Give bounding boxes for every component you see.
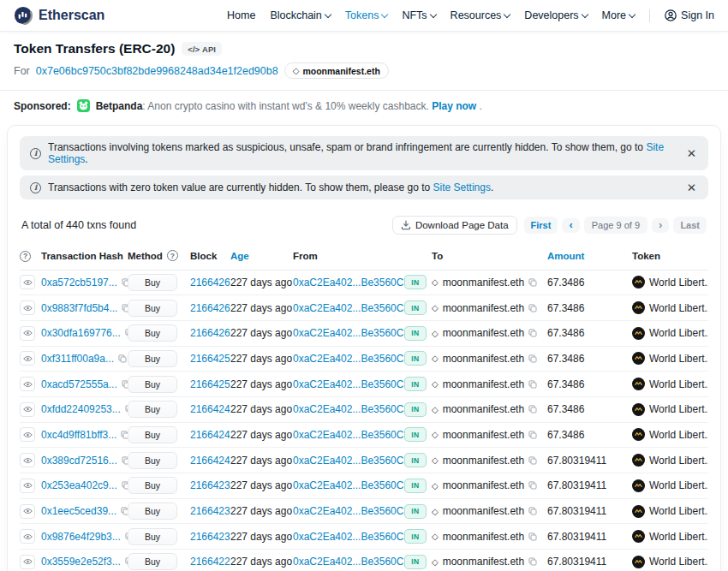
copy-icon[interactable] xyxy=(528,405,537,413)
from-address-link[interactable]: 0xaC2Ea402...Be3560C22 xyxy=(293,479,404,491)
question-circle-icon[interactable]: ? xyxy=(20,251,31,262)
block-link[interactable]: 21664260 xyxy=(190,327,230,339)
method-button[interactable]: Buy xyxy=(128,477,177,494)
close-icon[interactable]: ✕ xyxy=(685,181,698,194)
copy-icon[interactable] xyxy=(528,304,537,312)
from-address-link[interactable]: 0xaC2Ea402...Be3560C22 xyxy=(293,429,404,441)
from-address-link[interactable]: 0xaC2Ea402...Be3560C22 xyxy=(293,505,404,517)
from-address-link[interactable]: 0xaC2Ea402...Be3560C22 xyxy=(293,455,404,467)
address-link[interactable]: 0x7e06bc9750c3bf82bde9968248ad34e1f2ed90… xyxy=(36,65,278,77)
tx-hash-link[interactable]: 0xfdd22409253... xyxy=(41,403,121,415)
copy-icon[interactable] xyxy=(528,557,537,566)
from-address-link[interactable]: 0xaC2Ea402...Be3560C22 xyxy=(293,353,404,365)
token-name-link[interactable]: World Libert... xyxy=(649,277,708,288)
block-link[interactable]: 21664253 xyxy=(190,378,230,390)
copy-icon[interactable] xyxy=(122,304,128,312)
to-address[interactable]: moonmanifest.eth xyxy=(443,327,524,339)
from-address-link[interactable]: 0xaC2Ea402...Be3560C22 xyxy=(293,378,404,390)
copy-icon[interactable] xyxy=(122,481,128,490)
nav-tokens[interactable]: Tokens xyxy=(345,9,388,21)
eye-button[interactable] xyxy=(20,377,35,391)
pagination-first-button[interactable]: First xyxy=(524,217,558,234)
tx-hash-link[interactable]: 0xacd572555a... xyxy=(41,378,117,390)
block-link[interactable]: 21664256 xyxy=(190,353,230,365)
to-address[interactable]: moonmanifest.eth xyxy=(443,505,524,517)
eye-button[interactable] xyxy=(20,529,35,544)
method-button[interactable]: Buy xyxy=(128,452,177,469)
token-name-link[interactable]: World Libert... xyxy=(649,455,708,467)
to-address[interactable]: moonmanifest.eth xyxy=(443,429,524,441)
token-name-link[interactable]: World Libert... xyxy=(649,327,708,339)
copy-icon[interactable] xyxy=(528,532,537,541)
api-badge[interactable]: </> API xyxy=(182,42,222,56)
pagination-next-button[interactable]: › xyxy=(652,218,669,233)
method-button[interactable]: Buy xyxy=(128,401,177,418)
sponsor-brand[interactable]: Betpanda xyxy=(96,100,143,112)
token-name-link[interactable]: World Libert... xyxy=(649,353,708,365)
copy-icon[interactable] xyxy=(528,354,537,363)
ens-name-badge[interactable]: ◇ moonmanifest.eth xyxy=(284,62,389,79)
tx-hash-link[interactable]: 0x3559e2e52f3... xyxy=(41,556,121,568)
col-amount[interactable]: Amount xyxy=(547,244,632,270)
token-name-link[interactable]: World Libert... xyxy=(649,531,708,543)
info-circle-icon[interactable]: ? xyxy=(167,250,178,261)
download-page-data-button[interactable]: Download Page Data xyxy=(392,216,517,235)
to-address[interactable]: moonmanifest.eth xyxy=(443,403,524,415)
block-link[interactable]: 21664235 xyxy=(190,505,230,517)
method-button[interactable]: Buy xyxy=(128,503,177,520)
eye-button[interactable] xyxy=(20,504,35,519)
to-address[interactable]: moonmanifest.eth xyxy=(443,556,524,568)
eye-button[interactable] xyxy=(20,402,35,417)
tx-hash-link[interactable]: 0x1eec5ced39... xyxy=(41,505,116,517)
sponsor-cta-link[interactable]: Play now xyxy=(432,100,476,112)
to-address[interactable]: moonmanifest.eth xyxy=(443,302,524,314)
copy-icon[interactable] xyxy=(122,456,128,465)
tx-hash-link[interactable]: 0xf311ff00a9a... xyxy=(41,353,114,365)
from-address-link[interactable]: 0xaC2Ea402...Be3560C22 xyxy=(293,277,404,288)
method-button[interactable]: Buy xyxy=(128,300,177,317)
from-address-link[interactable]: 0xaC2Ea402...Be3560C22 xyxy=(293,556,404,568)
tx-hash-link[interactable]: 0xa572cb5197... xyxy=(41,277,117,288)
to-address[interactable]: moonmanifest.eth xyxy=(443,479,524,491)
copy-icon[interactable] xyxy=(528,431,537,439)
from-address-link[interactable]: 0xaC2Ea402...Be3560C22 xyxy=(293,403,404,415)
eye-button[interactable] xyxy=(20,300,35,315)
block-link[interactable]: 21664238 xyxy=(190,479,230,491)
eye-button[interactable] xyxy=(20,326,35,341)
pagination-prev-button[interactable]: ‹ xyxy=(562,218,579,233)
token-name-link[interactable]: World Libert... xyxy=(649,302,708,314)
sign-in-button[interactable]: Sign In xyxy=(665,9,714,21)
tx-hash-link[interactable]: 0x389cd72516... xyxy=(41,455,117,467)
block-link[interactable]: 21664241 xyxy=(190,455,230,467)
method-button[interactable]: Buy xyxy=(128,274,177,291)
nav-blockchain[interactable]: Blockchain xyxy=(270,9,330,21)
copy-icon[interactable] xyxy=(528,456,537,465)
from-address-link[interactable]: 0xaC2Ea402...Be3560C22 xyxy=(293,327,404,339)
method-button[interactable]: Buy xyxy=(128,350,177,367)
copy-icon[interactable] xyxy=(528,481,537,490)
copy-icon[interactable] xyxy=(528,278,537,287)
block-link[interactable]: 21664268 xyxy=(190,277,230,288)
method-button[interactable]: Buy xyxy=(128,528,177,545)
tx-hash-link[interactable]: 0x9876e4f29b3... xyxy=(41,531,121,543)
to-address[interactable]: moonmanifest.eth xyxy=(443,378,524,390)
site-settings-link[interactable]: Site Settings xyxy=(433,181,491,193)
close-icon[interactable]: ✕ xyxy=(685,146,698,160)
eye-button[interactable] xyxy=(20,427,35,442)
method-button[interactable]: Buy xyxy=(128,426,177,443)
method-button[interactable]: Buy xyxy=(128,376,177,393)
from-address-link[interactable]: 0xaC2Ea402...Be3560C22 xyxy=(293,302,404,314)
block-link[interactable]: 21664229 xyxy=(190,556,230,568)
to-address[interactable]: moonmanifest.eth xyxy=(443,455,524,467)
token-name-link[interactable]: World Libert... xyxy=(649,556,708,568)
eye-button[interactable] xyxy=(20,479,35,493)
pagination-last-button[interactable]: Last xyxy=(673,217,707,234)
etherscan-logo[interactable]: Etherscan xyxy=(14,6,104,25)
tx-hash-link[interactable]: 0x30dfa169776... xyxy=(41,327,121,339)
eye-button[interactable] xyxy=(20,275,35,289)
copy-icon[interactable] xyxy=(122,278,128,287)
tx-hash-link[interactable]: 0x253ea402c9... xyxy=(41,479,117,491)
copy-icon[interactable] xyxy=(121,431,128,439)
nav-more[interactable]: More xyxy=(602,9,635,21)
nav-developers[interactable]: Developers xyxy=(524,9,587,21)
